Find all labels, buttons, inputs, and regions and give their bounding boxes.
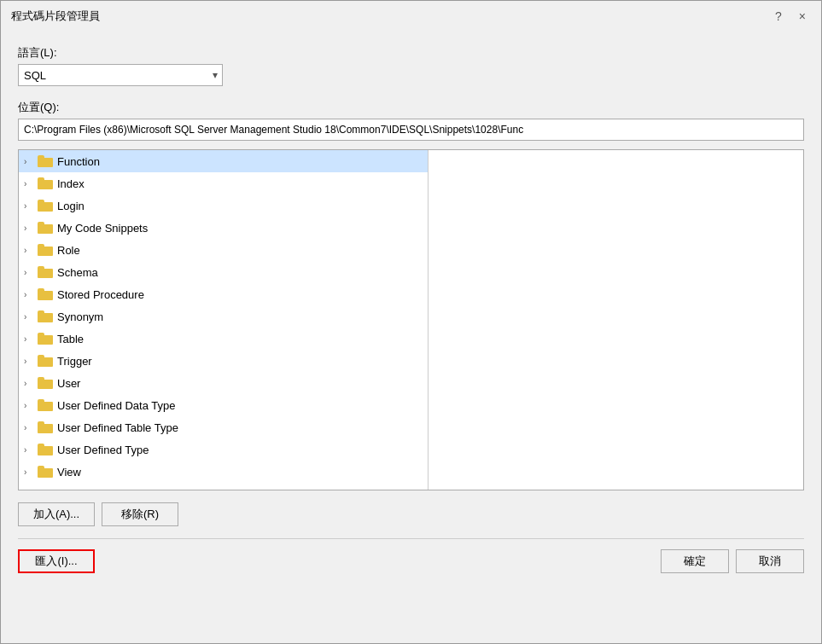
chevron-right-icon: › bbox=[24, 157, 38, 166]
chevron-right-icon: › bbox=[24, 467, 38, 477]
folder-icon bbox=[38, 288, 53, 300]
dialog-window: 程式碼片段管理員 ? × 語言(L): SQL C# C++ HTML Java… bbox=[0, 0, 822, 644]
chevron-right-icon: › bbox=[24, 246, 38, 255]
bottom-right: 確定 取消 bbox=[661, 549, 804, 573]
folder-icon bbox=[38, 421, 53, 433]
tree-right-panel bbox=[428, 150, 803, 490]
tree-item-label: Index bbox=[57, 177, 85, 190]
tree-item[interactable]: ›User bbox=[19, 372, 428, 394]
folder-icon bbox=[38, 244, 53, 256]
ok-button[interactable]: 確定 bbox=[661, 549, 729, 573]
chevron-right-icon: › bbox=[24, 268, 38, 277]
tree-item[interactable]: ›Index bbox=[19, 172, 428, 194]
tree-item[interactable]: ›Table bbox=[19, 328, 428, 350]
close-button[interactable]: × bbox=[794, 8, 811, 25]
help-button[interactable]: ? bbox=[770, 8, 787, 25]
action-buttons-row: 加入(A)... 移除(R) bbox=[18, 502, 804, 526]
chevron-right-icon: › bbox=[24, 201, 38, 211]
folder-icon bbox=[38, 155, 53, 167]
tree-item[interactable]: ›Trigger bbox=[19, 350, 428, 372]
chevron-right-icon: › bbox=[24, 334, 38, 344]
folder-icon bbox=[38, 222, 53, 234]
folder-icon bbox=[38, 444, 53, 455]
chevron-right-icon: › bbox=[24, 401, 38, 410]
chevron-right-icon: › bbox=[24, 357, 38, 366]
tree-item[interactable]: ›Login bbox=[19, 194, 428, 217]
tree-item-label: Synonym bbox=[57, 310, 103, 323]
chevron-right-icon: › bbox=[24, 423, 38, 432]
dialog-title: 程式碼片段管理員 bbox=[11, 9, 100, 24]
language-label: 語言(L): bbox=[18, 45, 804, 61]
language-section: 語言(L): SQL C# C++ HTML JavaScript Python bbox=[18, 45, 804, 86]
folder-icon bbox=[38, 399, 53, 411]
tree-item[interactable]: ›Role bbox=[19, 239, 428, 261]
tree-item-label: My Code Snippets bbox=[57, 222, 148, 235]
dialog-content: 語言(L): SQL C# C++ HTML JavaScript Python… bbox=[1, 32, 821, 590]
tree-item-label: User bbox=[57, 377, 80, 390]
tree-item[interactable]: ›View bbox=[19, 461, 428, 483]
divider bbox=[18, 538, 804, 539]
tree-item[interactable]: ›My Code Snippets bbox=[19, 217, 428, 239]
tree-panel: ›Function›Index›Login›My Code Snippets›R… bbox=[19, 150, 428, 490]
tree-item-label: Schema bbox=[57, 266, 98, 279]
tree-item-label: Stored Procedure bbox=[57, 288, 144, 301]
tree-item-label: User Defined Data Type bbox=[57, 399, 176, 412]
language-select[interactable]: SQL C# C++ HTML JavaScript Python bbox=[18, 64, 223, 86]
tree-item[interactable]: ›User Defined Data Type bbox=[19, 394, 428, 416]
tree-item[interactable]: ›Synonym bbox=[19, 305, 428, 328]
folder-icon bbox=[38, 355, 53, 367]
folder-icon bbox=[38, 177, 53, 189]
bottom-row: 匯入(I)... 確定 取消 bbox=[18, 549, 804, 573]
tree-item[interactable]: ›Function bbox=[19, 150, 428, 172]
folder-icon bbox=[38, 333, 53, 345]
tree-item-label: Role bbox=[57, 244, 80, 257]
path-input[interactable] bbox=[18, 119, 804, 141]
chevron-right-icon: › bbox=[24, 312, 38, 322]
tree-item[interactable]: ›Schema bbox=[19, 261, 428, 283]
tree-container: ›Function›Index›Login›My Code Snippets›R… bbox=[18, 149, 804, 490]
tree-item-label: View bbox=[57, 466, 81, 479]
tree-item-label: Login bbox=[57, 200, 85, 212]
title-bar: 程式碼片段管理員 ? × bbox=[1, 1, 821, 32]
remove-button[interactable]: 移除(R) bbox=[102, 502, 178, 526]
chevron-right-icon: › bbox=[24, 445, 38, 455]
folder-icon bbox=[38, 266, 53, 278]
chevron-right-icon: › bbox=[24, 179, 38, 189]
tree-item[interactable]: ›User Defined Table Type bbox=[19, 416, 428, 438]
add-button[interactable]: 加入(A)... bbox=[18, 502, 95, 526]
tree-item[interactable]: ›Stored Procedure bbox=[19, 283, 428, 305]
tree-item[interactable]: ›User Defined Type bbox=[19, 438, 428, 461]
folder-icon bbox=[38, 466, 53, 478]
cancel-button[interactable]: 取消 bbox=[736, 549, 804, 573]
tree-item-label: Trigger bbox=[57, 355, 92, 368]
import-button[interactable]: 匯入(I)... bbox=[18, 549, 95, 573]
folder-icon bbox=[38, 200, 53, 212]
path-label: 位置(Q): bbox=[18, 100, 804, 115]
language-select-container: SQL C# C++ HTML JavaScript Python bbox=[18, 64, 223, 86]
tree-item-label: User Defined Table Type bbox=[57, 421, 178, 434]
folder-icon bbox=[38, 310, 53, 322]
chevron-right-icon: › bbox=[24, 379, 38, 388]
bottom-left: 匯入(I)... bbox=[18, 549, 95, 573]
title-bar-actions: ? × bbox=[770, 8, 811, 25]
tree-item-label: User Defined Type bbox=[57, 444, 149, 456]
tree-item-label: Table bbox=[57, 333, 84, 345]
chevron-right-icon: › bbox=[24, 223, 38, 233]
chevron-right-icon: › bbox=[24, 290, 38, 299]
folder-icon bbox=[38, 377, 53, 389]
tree-item-label: Function bbox=[57, 155, 100, 168]
